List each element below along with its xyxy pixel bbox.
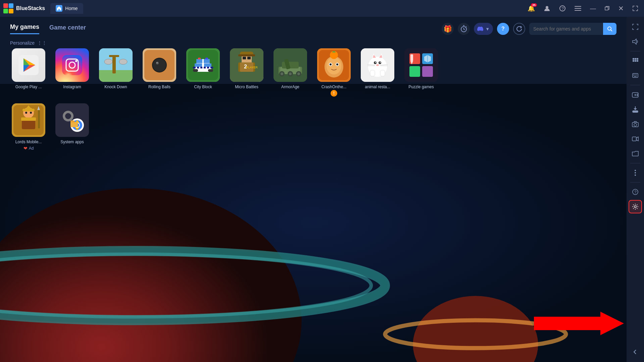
tab-game-center[interactable]: Game center: [49, 24, 86, 34]
game-item-city-block[interactable]: City Block: [185, 48, 221, 97]
timer-button[interactable]: [458, 23, 470, 35]
search-container: [529, 23, 616, 35]
game-item-rolling-balls[interactable]: Rolling Balls: [141, 48, 178, 97]
help-circle-button[interactable]: ?: [497, 23, 509, 35]
svg-rect-59: [198, 58, 201, 59]
game-icon-lords: [12, 103, 45, 137]
game-item-puzzle[interactable]: Puzzle games: [403, 48, 440, 97]
game-item-lords[interactable]: Lords Mobile... ❤ Ad: [10, 103, 47, 151]
svg-rect-127: [38, 110, 40, 128]
account-button[interactable]: [541, 4, 553, 13]
top-nav-right: 🎁 ▼ ?: [442, 23, 616, 35]
home-tab[interactable]: Home: [50, 3, 83, 14]
top-nav: My games Game center 🎁 ▼: [0, 17, 627, 35]
sidebar-record-button[interactable]: [629, 132, 642, 146]
game-icon-micro-battles: 2 PLAYER: [230, 48, 263, 82]
sidebar-divider-4: [630, 182, 640, 183]
svg-rect-57: [206, 67, 207, 68]
svg-rect-48: [208, 69, 213, 72]
discord-label: ▼: [485, 27, 490, 32]
game-item-system[interactable]: System apps: [54, 103, 91, 151]
sidebar-back-button[interactable]: [629, 345, 642, 359]
svg-line-21: [611, 30, 612, 31]
game-label-animal: animal resta...: [365, 85, 390, 89]
sidebar-gamemode-button[interactable]: [629, 88, 642, 101]
minimize-button[interactable]: —: [587, 4, 599, 13]
game-item-crashon[interactable]: CrashOnthe... !: [315, 48, 352, 97]
svg-rect-107: [370, 70, 375, 76]
svg-point-167: [634, 206, 636, 208]
game-item-knockdown[interactable]: Knock Down: [97, 48, 134, 97]
close-button[interactable]: ✕: [615, 3, 627, 14]
game-icon-system: [55, 103, 89, 137]
home-tab-label: Home: [65, 6, 78, 11]
bluestacks-logo: [3, 3, 13, 13]
svg-rect-113: [422, 66, 433, 77]
svg-marker-161: [636, 137, 638, 141]
svg-point-102: [376, 64, 379, 66]
svg-point-88: [330, 63, 332, 65]
sidebar-folder-button[interactable]: [629, 147, 642, 160]
svg-text:?: ?: [634, 190, 637, 195]
svg-point-80: [289, 72, 292, 75]
game-item-animal[interactable]: animal resta...: [359, 48, 396, 97]
sidebar-expand-button[interactable]: [629, 20, 642, 34]
refresh-button[interactable]: [513, 23, 525, 35]
sidebar-apk-button[interactable]: [629, 103, 642, 116]
game-item-armorage[interactable]: ArmorAge: [272, 48, 309, 97]
discord-button[interactable]: ▼: [474, 23, 493, 35]
svg-rect-56: [202, 67, 204, 68]
svg-point-100: [375, 62, 376, 63]
svg-point-4: [546, 6, 548, 9]
sidebar-help-button[interactable]: ?: [629, 185, 642, 199]
sidebar-screenshot-button[interactable]: [629, 117, 642, 131]
svg-point-36: [119, 59, 127, 64]
svg-point-162: [635, 170, 636, 171]
game-label-google-play: Google Play ...: [15, 85, 42, 89]
game-label-knockdown: Knock Down: [104, 85, 127, 89]
expand-button[interactable]: [630, 4, 641, 12]
notifications-button[interactable]: 🔔 35: [525, 3, 538, 13]
menu-button[interactable]: [572, 5, 584, 12]
search-button[interactable]: [603, 23, 616, 35]
game-label-micro-battles: Micro Battles: [235, 85, 258, 89]
sidebar-volume-button[interactable]: [629, 35, 642, 48]
svg-point-35: [104, 59, 112, 64]
svg-rect-3: [9, 9, 13, 13]
gift-button[interactable]: 🎁: [442, 23, 454, 35]
notification-badge: 35: [531, 3, 537, 7]
sidebar-divider-2: [630, 85, 640, 85]
search-input[interactable]: [529, 23, 603, 34]
game-item-google-play[interactable]: Google Play ...: [10, 48, 47, 97]
svg-rect-60: [205, 58, 208, 59]
game-item-instagram[interactable]: Instagram: [54, 48, 91, 97]
svg-point-155: [637, 95, 638, 96]
help-button[interactable]: ?: [556, 4, 568, 13]
tab-my-games[interactable]: My games: [10, 23, 39, 34]
sidebar-settings-button[interactable]: [629, 200, 642, 213]
svg-rect-33: [112, 57, 116, 73]
game-item-micro-battles[interactable]: 2 PLAYER Micro Battles: [228, 48, 265, 97]
main-content: My games Game center 🎁 ▼: [0, 17, 627, 362]
personalize-icon[interactable]: ⋮⋮: [37, 40, 47, 46]
svg-rect-108: [380, 70, 385, 76]
svg-point-79: [281, 72, 283, 75]
restore-button[interactable]: [602, 5, 612, 12]
svg-rect-137: [70, 120, 75, 122]
svg-point-159: [634, 123, 637, 126]
svg-point-81: [297, 72, 300, 75]
sidebar-multiwindow-button[interactable]: [629, 54, 642, 67]
svg-rect-142: [633, 60, 634, 62]
personalize-label: Personalize: [10, 40, 35, 46]
svg-rect-109: [404, 48, 438, 82]
game-icon-armorage: [274, 48, 307, 82]
game-label-puzzle: Puzzle games: [408, 85, 434, 89]
titlebar-right: 🔔 35 ? —: [525, 3, 641, 14]
sidebar-keyboard-button[interactable]: [629, 69, 642, 82]
game-icon-puzzle: [404, 48, 438, 82]
svg-rect-10: [605, 7, 608, 10]
svg-point-90: [330, 51, 338, 59]
svg-rect-129: [55, 103, 89, 137]
sidebar-more-button[interactable]: [629, 166, 642, 179]
svg-rect-136: [70, 122, 78, 127]
